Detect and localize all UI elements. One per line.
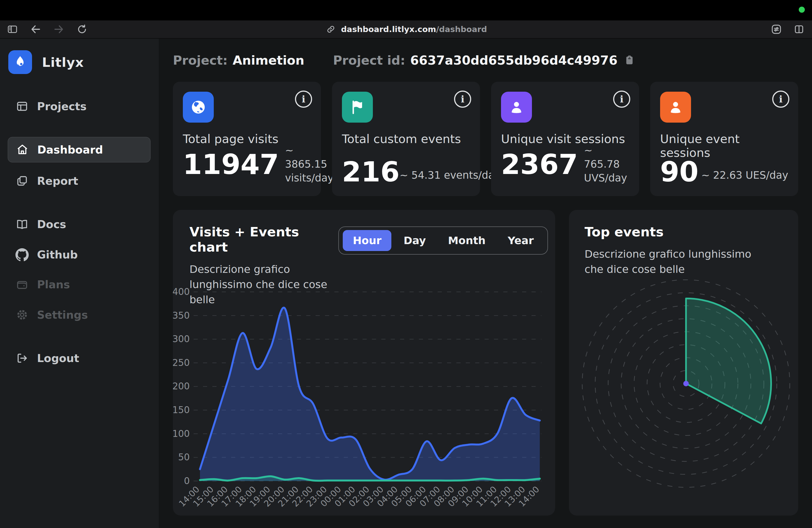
svg-text:400: 400 — [173, 287, 190, 297]
sidebar-item-docs[interactable]: Docs — [0, 214, 159, 235]
svg-text:250: 250 — [173, 357, 190, 368]
info-icon[interactable]: i — [454, 91, 471, 108]
github-icon — [15, 248, 29, 261]
stat-card-total-custom-events: i Total custom events 216 ~ 54.31 events… — [332, 82, 480, 196]
stat-sub: ~ 22.63 UES/day — [701, 168, 788, 185]
stat-sub: ~ 54.31 events/day — [400, 168, 501, 185]
sidebar-item-dashboard[interactable]: Dashboard — [8, 137, 150, 162]
wallet-icon — [15, 278, 29, 291]
stat-card-unique-event-sessions: i Unique event sessions 90 ~ 22.63 UES/d… — [650, 82, 798, 196]
litlyx-logo — [8, 50, 32, 74]
brand-name: Litlyx — [42, 55, 84, 70]
sidebar-item-label: Dashboard — [37, 144, 103, 156]
main-content: Project: Animetion Project id: 6637a30dd… — [159, 39, 812, 528]
home-icon — [16, 143, 29, 156]
logout-icon — [15, 352, 29, 365]
back-button[interactable] — [30, 24, 41, 35]
browser-toolbar: dashboard.litlyx.com/dashboard — [0, 20, 812, 39]
report-copy-icon — [15, 174, 29, 188]
svg-text:200: 200 — [173, 381, 190, 392]
stat-label: Total custom events — [342, 132, 470, 146]
svg-text:350: 350 — [173, 310, 190, 321]
sidebar-toggle-icon[interactable] — [6, 24, 18, 35]
sidebar-item-label: Projects — [37, 100, 86, 113]
menu-bar — [0, 0, 812, 20]
docs-book-icon — [15, 218, 29, 231]
sidebar-item-settings[interactable]: Settings — [0, 304, 159, 325]
user-icon — [501, 92, 532, 122]
top-events-chart-card: Top events Descrizione grafico lunghissi… — [569, 210, 798, 516]
info-icon[interactable]: i — [295, 91, 312, 108]
visits-events-chart-card: Visits + Events chart Descrizione grafic… — [173, 210, 555, 516]
forward-button[interactable] — [53, 24, 64, 35]
visits-events-line-chart: 05010015020025030035040014:0015:0016:001… — [173, 210, 555, 516]
project-id-value: 6637a30dd655db96d4c49976 — [410, 53, 617, 68]
reader-options-icon[interactable] — [771, 24, 782, 35]
svg-text:150: 150 — [173, 405, 190, 415]
sidebar-item-plans[interactable]: Plans — [0, 274, 159, 295]
stats-row: i Total page visits 11947 ~ 3865.15 visi… — [173, 82, 798, 196]
sidebar-item-label: Docs — [37, 218, 66, 231]
sidebar-item-label: Plans — [37, 278, 70, 291]
recording-indicator-dot — [799, 6, 805, 13]
flag-icon — [342, 92, 373, 122]
sidebar-item-github[interactable]: Github — [0, 244, 159, 265]
sidebar-item-label: Logout — [37, 352, 79, 365]
sidebar: Litlyx Projects Dashboard — [0, 39, 159, 528]
url-host: dashboard.litlyx.com — [341, 25, 436, 34]
stat-label: Unique event sessions — [660, 132, 788, 160]
stat-value: 216 — [342, 159, 400, 185]
svg-text:0: 0 — [184, 475, 190, 486]
stat-card-unique-visit-sessions: i Unique visit sessions 2367 ~ 765.78 UV… — [491, 82, 639, 196]
sidebar-nav: Projects Dashboard Report — [0, 96, 159, 369]
page-header: Project: Animetion Project id: 6637a30dd… — [173, 53, 798, 69]
stat-value: 11947 — [183, 151, 279, 178]
sidebar-item-label: Github — [37, 249, 77, 261]
copy-clipboard-icon[interactable] — [624, 54, 635, 67]
link-icon — [325, 24, 337, 35]
svg-text:300: 300 — [173, 334, 190, 344]
svg-text:50: 50 — [178, 452, 190, 463]
top-events-polar-chart — [569, 210, 798, 516]
globe-icon — [183, 92, 214, 122]
projects-icon — [15, 100, 29, 113]
info-icon[interactable]: i — [613, 91, 630, 108]
sidebar-item-report[interactable]: Report — [0, 171, 159, 191]
svg-text:100: 100 — [173, 428, 190, 439]
split-view-icon[interactable] — [793, 24, 805, 35]
sidebar-item-projects[interactable]: Projects — [0, 96, 159, 117]
stat-sub: ~ 765.78 UVS/day — [584, 144, 629, 185]
address-bar[interactable]: dashboard.litlyx.com/dashboard — [325, 20, 487, 38]
stat-sub: ~ 3865.15 visits/day — [285, 144, 334, 185]
sidebar-item-label: Settings — [37, 309, 88, 321]
project-label: Project: — [173, 53, 228, 68]
user-icon — [660, 92, 691, 122]
sidebar-item-label: Report — [37, 175, 78, 187]
url-path: /dashboard — [436, 25, 487, 34]
project-name: Animetion — [233, 53, 304, 68]
stat-value: 2367 — [501, 151, 578, 178]
stat-value: 90 — [660, 159, 698, 185]
project-id-label: Project id: — [333, 53, 405, 68]
stat-card-total-page-visits: i Total page visits 11947 ~ 3865.15 visi… — [173, 82, 321, 196]
reload-button[interactable] — [76, 24, 88, 35]
info-icon[interactable]: i — [772, 91, 789, 108]
sidebar-item-logout[interactable]: Logout — [0, 348, 159, 369]
gear-icon — [15, 308, 29, 321]
